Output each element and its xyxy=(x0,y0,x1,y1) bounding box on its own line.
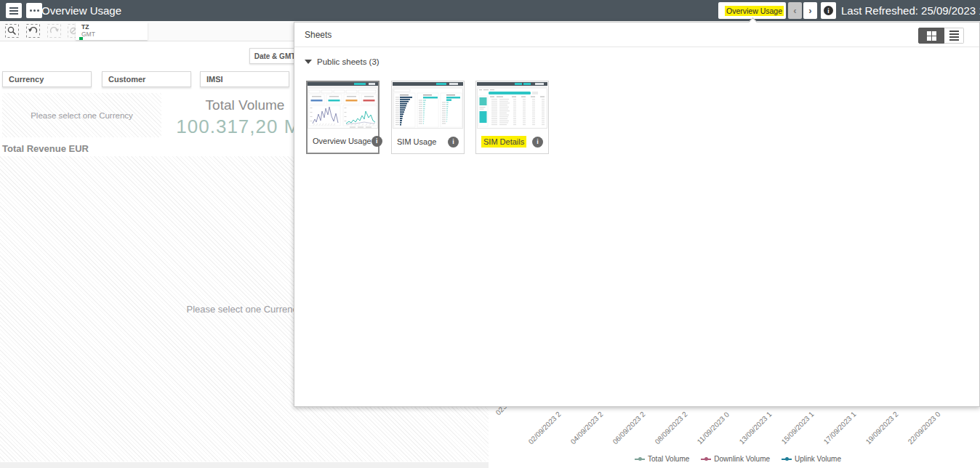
sheet-card-footer: Overview Usage i xyxy=(308,129,378,153)
grid-view-button[interactable] xyxy=(918,28,944,44)
x-axis-label: 11/09/2023 0 xyxy=(696,411,731,446)
chart-bottom-strip xyxy=(0,462,489,468)
app-info-button[interactable]: i xyxy=(821,2,836,19)
sheets-panel-title: Sheets xyxy=(305,23,332,47)
legend-label: Uplink Volume xyxy=(795,455,841,463)
sheets-panel: Sheets Public sheets (3) xyxy=(294,22,980,407)
info-icon: i xyxy=(824,6,833,15)
sheet-card-footer: SIM Details i xyxy=(476,130,548,153)
sheet-card-footer: SIM Usage i xyxy=(392,130,464,153)
x-axis-label: 02/09/2023 2 xyxy=(527,410,563,446)
sheet-thumbnail-overview-usage xyxy=(308,82,378,129)
smart-search-button[interactable] xyxy=(4,23,20,39)
sheet-card-sim-details[interactable]: SIM Details i xyxy=(475,81,549,154)
selection-field-value: GMT xyxy=(81,31,148,38)
selection-chip-tz[interactable]: TZ GMT xyxy=(76,23,148,40)
legend-item-downlink-volume[interactable]: Downlink Volume xyxy=(701,455,770,463)
filter-currency[interactable]: Currency xyxy=(2,71,92,87)
undo-icon xyxy=(25,23,41,39)
legend-label: Downlink Volume xyxy=(714,455,770,463)
sheet-info-icon[interactable]: i xyxy=(371,136,382,147)
legend-label: Total Volume xyxy=(648,455,689,463)
public-sheets-section-toggle[interactable]: Public sheets (3) xyxy=(305,57,379,66)
x-axis-label: 17/09/2023 1 xyxy=(822,410,859,446)
legend-marker xyxy=(635,456,645,462)
public-sheets-label: Public sheets (3) xyxy=(317,57,379,66)
x-axis-label: 06/09/2023 2 xyxy=(611,410,648,446)
sheet-navigation-button[interactable]: Overview Usage xyxy=(718,2,786,19)
selection-field-name: TZ xyxy=(81,24,148,31)
volume-chart-legend: Total Volume Downlink Volume Uplink Volu… xyxy=(636,455,840,463)
sheet-card-overview-usage[interactable]: Overview Usage i xyxy=(306,81,379,154)
previous-sheet-button[interactable]: ‹ xyxy=(788,2,802,19)
current-sheet-label: Overview Usage xyxy=(725,6,784,16)
redo-icon xyxy=(47,23,62,39)
legend-item-uplink-volume[interactable]: Uplink Volume xyxy=(782,455,841,463)
sheet-card-label: SIM Usage xyxy=(397,137,436,146)
next-sheet-button[interactable]: › xyxy=(803,2,817,19)
menu-button[interactable] xyxy=(6,3,22,18)
chevron-down-icon xyxy=(305,60,312,64)
step-back-button[interactable] xyxy=(25,23,41,39)
x-axis-label: 08/09/2023 2 xyxy=(654,410,690,446)
hamburger-icon xyxy=(9,7,18,15)
x-axis-label: 04/09/2023 2 xyxy=(569,410,606,446)
ellipsis-icon xyxy=(30,9,39,12)
sheets-panel-header: Sheets xyxy=(294,23,979,47)
more-options-button[interactable] xyxy=(26,3,42,18)
sheet-info-icon[interactable]: i xyxy=(532,137,543,148)
legend-marker xyxy=(782,456,792,462)
sheet-info-icon[interactable]: i xyxy=(448,137,459,148)
list-view-button[interactable] xyxy=(944,28,964,44)
sheet-title: Overview Usage xyxy=(41,0,121,21)
list-view-icon xyxy=(949,31,959,41)
revenue-kpi-placeholder: Please select one Currency xyxy=(2,93,161,137)
x-axis-label: 19/09/2023 2 xyxy=(864,410,901,446)
sheet-card-sim-usage[interactable]: SIM Usage i xyxy=(391,81,465,154)
sheet-card-label: Overview Usage xyxy=(313,137,371,145)
step-forward-button[interactable] xyxy=(47,23,62,39)
sheet-thumbnail-sim-usage xyxy=(393,82,463,129)
sheet-thumbnail-sim-details xyxy=(477,82,547,129)
filter-customer[interactable]: Customer xyxy=(102,71,191,87)
legend-item-total-volume[interactable]: Total Volume xyxy=(635,455,689,463)
sheet-card-label: SIM Details xyxy=(481,136,526,148)
revenue-chart-title: Total Revenue EUR xyxy=(2,143,89,154)
search-icon xyxy=(4,23,20,39)
legend-marker xyxy=(701,456,711,462)
selection-green-indicator xyxy=(79,37,83,40)
filter-imsi[interactable]: IMSI xyxy=(200,71,289,87)
last-refreshed-label: Last Refreshed: 25/09/2023 17:39 xyxy=(841,0,980,21)
x-axis-label: 22/09/2023 0 xyxy=(907,410,943,446)
clear-selections-button[interactable] xyxy=(67,23,76,39)
grid-view-icon xyxy=(927,31,936,41)
app-topbar: Overview Usage Overview Usage ‹ › i Last… xyxy=(0,0,980,21)
x-axis-label: 15/09/2023 1 xyxy=(780,410,816,446)
x-axis-label: 13/09/2023 1 xyxy=(738,410,774,446)
date-gmt-filter[interactable]: Date & GMT xyxy=(249,48,300,64)
